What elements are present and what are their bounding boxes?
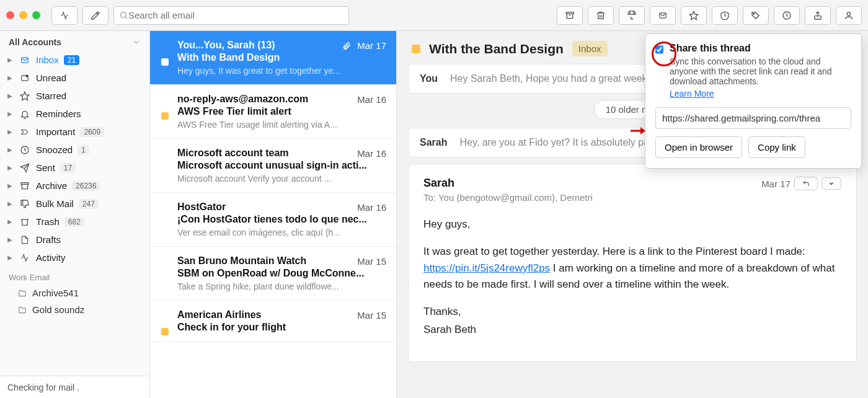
thread-item[interactable]: American AirlinesMar 15 Check in for you…: [150, 301, 396, 342]
folder-icon: [17, 289, 27, 298]
clock-icon: [19, 145, 31, 155]
svg-line-1: [125, 17, 127, 19]
close-window[interactable]: [6, 11, 14, 19]
thread-preview: Microsoft account Verify your account ..…: [177, 174, 386, 184]
trash-icon: [19, 217, 31, 227]
sidebar-header-label: All Accounts: [9, 37, 61, 47]
more-button[interactable]: [822, 177, 841, 190]
message-date: Mar 17: [761, 179, 790, 189]
mark-unread-button[interactable]: [650, 6, 676, 25]
svg-rect-2: [566, 12, 574, 14]
thread-item[interactable]: no-reply-aws@amazon.comMar 16 AWS Free T…: [150, 85, 396, 139]
search-field[interactable]: [113, 6, 349, 25]
chevron-down-icon: [132, 38, 141, 46]
spam-button[interactable]: [619, 6, 645, 25]
sidebar-item-count: 2609: [80, 127, 104, 137]
thread-date: Mar 16: [357, 202, 386, 213]
collapsed-sender: You: [420, 73, 438, 84]
maximize-window[interactable]: [32, 11, 40, 19]
sidebar-item-label: Starred: [36, 91, 66, 101]
reply-button[interactable]: [794, 177, 818, 190]
thread-sender: no-reply-aws@amazon.com: [177, 94, 308, 105]
open-in-browser-button[interactable]: Open in browser: [655, 136, 742, 158]
message-body: Hey guys, It was great to get together y…: [423, 216, 841, 338]
thread-subject: SBM on OpenRoad w/ Doug McConne...: [177, 268, 386, 279]
thread-item[interactable]: Microsoft account teamMar 16 Microsoft a…: [150, 139, 396, 193]
sidebar-item-label: Inbox: [36, 55, 59, 65]
svg-point-6: [753, 13, 755, 14]
thread-sender: You...You, Sarah (13): [177, 40, 275, 51]
sidebar-item-sent[interactable]: ▶ Sent 17: [0, 159, 149, 177]
thread-item[interactable]: San Bruno Mountain WatchMar 15 SBM on Op…: [150, 247, 396, 301]
learn-more-link[interactable]: Learn More: [670, 89, 714, 99]
attachment-icon: [342, 42, 351, 50]
sidebar-item-inbox[interactable]: ▶ Inbox 21: [0, 51, 149, 69]
sidebar-item-important[interactable]: ▶ Important 2609: [0, 123, 149, 141]
thread-preview: Hey guys, It was great to get together y…: [177, 66, 386, 76]
trash-button[interactable]: [588, 6, 614, 25]
sidebar-item-count: 17: [60, 163, 76, 173]
share-url-field[interactable]: [655, 107, 851, 129]
sidebar-item-trash[interactable]: ▶ Trash 682: [0, 213, 149, 231]
thread-sender: San Bruno Mountain Watch: [177, 255, 306, 267]
sidebar-item-unread[interactable]: ▶ Unread: [0, 69, 149, 87]
share-button[interactable]: [805, 6, 831, 25]
sidebar-item-label: Sent: [36, 162, 55, 173]
activity-icon[interactable]: [51, 6, 78, 25]
sidebar-folder-archive541[interactable]: Archive541: [0, 285, 149, 301]
pinterest-link[interactable]: https://pin.it/5js24rewyfl2ps: [423, 262, 550, 274]
archive-button[interactable]: [557, 6, 583, 25]
sidebar-item-reminders[interactable]: ▶ Reminders: [0, 105, 149, 123]
reminder-button[interactable]: [774, 6, 800, 25]
thread-unread-dot: [161, 328, 169, 335]
bell-icon: [19, 109, 31, 119]
thread-unread-dot: [161, 112, 169, 120]
message-reader: With the Band Design Inbox You Hey Sarah…: [397, 31, 868, 398]
thread-subject: ¡Con HostGator tienes todo lo que nec...: [177, 214, 386, 225]
sidebar-item-bulkmail[interactable]: ▶ Bulk Mail 247: [0, 195, 149, 213]
thread-sender: HostGator: [177, 201, 226, 213]
sidebar-item-label: Trash: [36, 216, 60, 227]
thread-date: Mar 17: [342, 40, 386, 51]
thread-preview: Take a Spring hike, plant dune wildflowe…: [177, 281, 386, 291]
star-button[interactable]: [681, 6, 707, 25]
snooze-button[interactable]: [712, 6, 738, 25]
sidebar-folder-label: Archive541: [32, 288, 79, 298]
sidebar-item-activity[interactable]: ▶ Activity: [0, 249, 149, 267]
sidebar-item-archive[interactable]: ▶ Archive 26236: [0, 177, 149, 195]
important-icon: [19, 128, 31, 136]
toolbar: [0, 0, 868, 31]
inbox-icon: [19, 56, 31, 64]
inbox-badge[interactable]: Inbox: [572, 41, 608, 56]
compose-button[interactable]: [82, 6, 108, 25]
profile-button[interactable]: [836, 6, 862, 25]
svg-point-12: [26, 74, 29, 77]
sidebar-item-drafts[interactable]: ▶ Drafts: [0, 231, 149, 249]
thread-item[interactable]: You...You, Sarah (13) Mar 17 With the Ba…: [150, 31, 396, 85]
message-to: To: You (bengotow@gmail.com), Demetri: [423, 192, 593, 203]
thread-preview: Ver ese email con imágenes, clic aquí (h…: [177, 228, 386, 237]
sidebar-item-starred[interactable]: ▶ Starred: [0, 87, 149, 105]
share-description: Sync this conversation to the cloud and …: [670, 56, 851, 86]
thread-sender: American Airlines: [177, 309, 261, 321]
thread-date: Mar 16: [357, 148, 386, 159]
thread-subject: Check in for your flight: [177, 322, 386, 333]
thread-item[interactable]: HostGatorMar 16 ¡Con HostGator tienes to…: [150, 193, 396, 247]
minimize-window[interactable]: [19, 11, 27, 19]
thread-subject: Microsoft account unusual sign-in acti..…: [177, 160, 386, 171]
sidebar-item-snoozed[interactable]: ▶ Snoozed 1: [0, 141, 149, 159]
copy-link-button[interactable]: Copy link: [748, 136, 805, 158]
sidebar-item-count: 26236: [72, 181, 100, 191]
thread-list: You...You, Sarah (13) Mar 17 With the Ba…: [150, 31, 397, 398]
share-checkbox[interactable]: [655, 44, 663, 55]
sidebar-folder-goldsoundz[interactable]: Gold soundz: [0, 301, 149, 318]
label-button[interactable]: [743, 6, 769, 25]
sidebar-item-label: Unread: [36, 73, 66, 83]
file-icon: [19, 235, 31, 245]
sidebar-header[interactable]: All Accounts: [0, 31, 149, 51]
thread-preview: AWS Free Tier usage limit alerting via A…: [177, 120, 386, 130]
svg-marker-13: [20, 92, 29, 100]
search-input[interactable]: [128, 10, 343, 20]
svg-point-0: [121, 12, 126, 18]
sidebar-item-label: Activity: [36, 252, 66, 263]
